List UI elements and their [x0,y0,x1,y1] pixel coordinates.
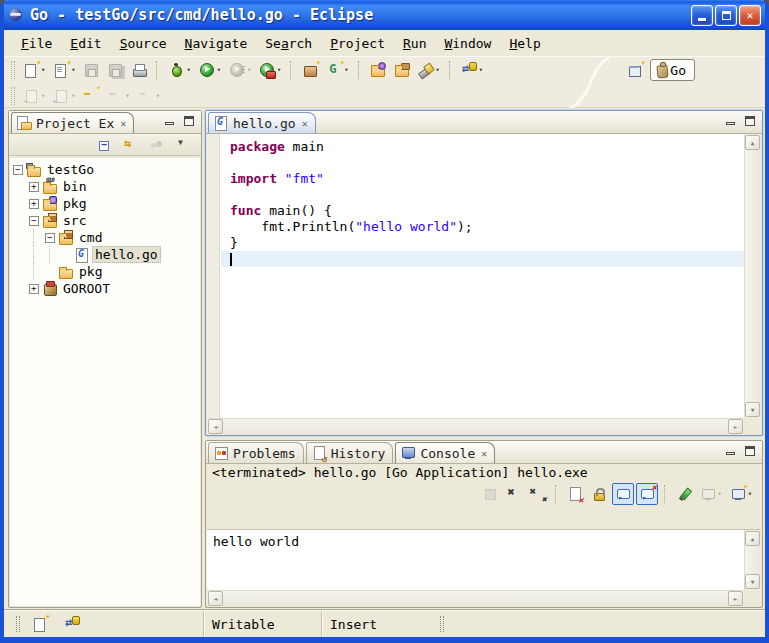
console-minimize-button[interactable] [722,444,738,458]
menu-navigate[interactable]: Navigate [176,34,257,53]
new-element-button[interactable] [50,59,78,81]
tab-problems[interactable]: Problems [208,442,304,463]
menu-window[interactable]: Window [435,34,500,53]
tree-item-hello.go-5[interactable]: hello.go [10,246,200,263]
tree-item-testGo-0[interactable]: testGo [10,161,200,178]
go-perspective-button[interactable]: Go [650,59,695,81]
import-button[interactable] [367,59,389,81]
remove-launch-button[interactable] [503,483,525,505]
project-explorer-minimize-button[interactable] [161,114,177,128]
icon-badge [229,62,245,78]
scroll-left-arrow[interactable]: ◄ [208,591,223,606]
scroll-left-arrow[interactable]: ◄ [208,419,223,434]
tree-expander-minus[interactable] [42,229,58,246]
show-console-stdout-button[interactable] [612,483,634,505]
scroll-down-arrow[interactable]: ▼ [745,402,760,417]
clear-console-button[interactable] [564,483,586,505]
remove-icon [506,486,522,502]
dropdown-arrow-icon[interactable] [41,66,45,74]
tree-item-pkg-2[interactable]: pkg [10,195,200,212]
fast-view-button[interactable] [29,613,51,635]
tree-expander-minus[interactable] [10,161,26,178]
tree-item-cmd-4[interactable]: cmd [10,229,200,246]
menu-edit[interactable]: Edit [61,34,110,53]
project-explorer-close-icon[interactable] [120,118,126,129]
open-console-button[interactable] [727,483,755,505]
new-go-element-button[interactable] [323,59,351,81]
external-tools-button[interactable] [256,59,284,81]
maximize-button[interactable] [715,5,737,26]
remove-all-terminated-button[interactable] [527,483,549,505]
pin-console-button[interactable] [673,483,695,505]
project-explorer-maximize-button[interactable] [181,114,197,128]
export-button[interactable] [391,59,413,81]
console-tab-close-icon[interactable] [481,448,487,459]
console-output[interactable]: hello world [207,530,744,590]
show-console-stderr-button[interactable] [636,483,658,505]
dropdown-arrow-icon[interactable] [344,66,348,74]
menu-run[interactable]: Run [394,34,435,53]
scroll-right-arrow[interactable]: ► [728,591,743,606]
status-bar: Writable Insert [4,610,765,637]
menu-file[interactable]: File [12,34,61,53]
menu-search[interactable]: Search [256,34,321,53]
dropdown-arrow-icon[interactable] [748,490,752,498]
tab-console[interactable]: Console [395,442,495,463]
console-maximize-button[interactable] [742,444,758,458]
view-menu-button[interactable] [172,134,194,156]
console-tab-row: ProblemsHistoryConsole [206,441,762,464]
tab-project-explorer[interactable]: Project Ex [11,112,134,133]
tree-item-bin-1[interactable]: bin [10,178,200,195]
dropdown-arrow-icon[interactable] [186,66,190,74]
display-selected-console-button [697,483,725,505]
code-area[interactable]: package mainimport "fmt"func main() { fm… [221,134,744,418]
tab-hello-go[interactable]: hello.go [208,112,316,133]
tree-expander-plus[interactable] [26,178,42,195]
tab-history[interactable]: History [306,442,394,463]
last-edit-location-button[interactable] [80,85,102,107]
scroll-down-arrow[interactable]: ▼ [745,574,760,589]
menu-label-post: un [411,36,427,51]
editor-horizontal-scrollbar[interactable]: ◄ ► [207,418,744,434]
trim-synchronize-button[interactable] [61,613,83,635]
scroll-right-arrow[interactable]: ► [728,419,743,434]
dropdown-arrow-icon[interactable] [436,66,440,74]
scroll-lock-button[interactable] [588,483,610,505]
dropdown-arrow-icon[interactable] [71,66,75,74]
tree-item-GOROOT-7[interactable]: GOROOT [10,280,200,297]
new-go-package-button[interactable] [299,59,321,81]
editor-maximize-button[interactable] [742,114,758,128]
close-button[interactable]: ✕ [739,5,761,26]
scroll-up-arrow[interactable]: ▲ [745,135,760,150]
tree-expander-plus[interactable] [26,280,42,297]
tree-item-pkg-6[interactable]: pkg [10,263,200,280]
collapse-all-button[interactable] [94,134,116,156]
menu-source[interactable]: Source [111,34,176,53]
dropdown-arrow-icon[interactable] [217,66,221,74]
editor-vertical-scrollbar[interactable]: ▲ ▼ [744,134,761,418]
open-perspective-button[interactable] [625,60,645,80]
console-horizontal-scrollbar[interactable]: ◄ ► [207,590,744,606]
menu-project[interactable]: Project [321,34,394,53]
debug-button[interactable] [165,59,193,81]
new-wizard-button[interactable] [20,59,48,81]
synchronize-button[interactable] [458,59,486,81]
dropdown-arrow-icon[interactable] [277,66,281,74]
editor-minimize-button[interactable] [722,114,738,128]
print-button[interactable] [128,59,150,81]
menu-help[interactable]: Help [500,34,549,53]
icon-badge [42,179,58,195]
tree-expander-plus[interactable] [26,195,42,212]
tree-item-src-3[interactable]: src [10,212,200,229]
console-vertical-scrollbar[interactable]: ▲ ▼ [744,530,761,590]
icon-badge [213,445,229,461]
tree-expander-minus[interactable] [26,212,42,229]
scroll-up-arrow[interactable]: ▲ [745,531,760,546]
minimize-button[interactable] [691,5,713,26]
print-icon [131,62,147,78]
run-button[interactable] [196,59,224,81]
editor-tab-close-icon[interactable] [302,118,308,129]
link-with-editor-button[interactable] [120,134,142,156]
search-button[interactable] [415,59,443,81]
dropdown-arrow-icon[interactable] [479,66,483,74]
